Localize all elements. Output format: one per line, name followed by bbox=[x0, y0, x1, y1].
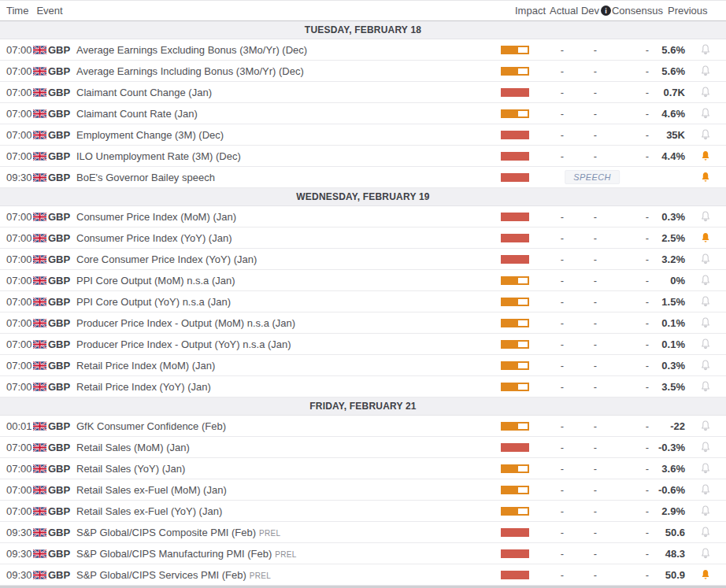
event-row[interactable]: 07:00 GBP Retail Price Index (MoM) (Jan)… bbox=[0, 355, 726, 376]
impact-bar bbox=[501, 486, 529, 494]
alert-bell-button[interactable] bbox=[698, 503, 713, 519]
event-row[interactable]: 07:00 GBP PPI Core Output (MoM) n.s.a (J… bbox=[0, 270, 726, 291]
values-group: - - - bbox=[535, 505, 649, 517]
alert-bell-button[interactable] bbox=[698, 105, 713, 121]
event-row[interactable]: 07:00 GBP Average Earnings Excluding Bon… bbox=[0, 39, 726, 61]
event-row[interactable]: 07:00 GBP Producer Price Index - Output … bbox=[0, 312, 726, 334]
event-title: PPI Core Output (MoM) n.s.a (Jan) bbox=[76, 275, 235, 287]
event-row[interactable]: 07:00 GBP Consumer Price Index (MoM) (Ja… bbox=[0, 206, 726, 227]
event-row[interactable]: 09:30 GBP S&P Global/CIPS Manufacturing … bbox=[0, 543, 726, 564]
alert-bell-button[interactable] bbox=[698, 169, 713, 185]
bell-cell bbox=[685, 357, 726, 373]
event-row[interactable]: 07:00 GBP Retail Sales ex-Fuel (MoM) (Ja… bbox=[0, 479, 726, 501]
impact-cell bbox=[501, 528, 535, 537]
impact-cell bbox=[501, 464, 535, 473]
values-group: - - - bbox=[535, 65, 649, 77]
alert-bell-button[interactable] bbox=[698, 84, 713, 100]
alert-bell-button[interactable] bbox=[698, 272, 713, 288]
alert-bell-button[interactable] bbox=[698, 148, 713, 164]
event-row[interactable]: 07:00 GBP PPI Core Output (YoY) n.s.a (J… bbox=[0, 291, 726, 312]
impact-cell bbox=[501, 571, 535, 579]
alert-bell-button[interactable] bbox=[698, 418, 713, 434]
alert-bell-button[interactable] bbox=[698, 545, 713, 561]
event-row[interactable]: 07:00 GBP Claimant Count Rate (Jan) - - … bbox=[0, 103, 726, 124]
event-title: Retail Sales ex-Fuel (MoM) (Jan) bbox=[76, 484, 227, 496]
alert-bell-button[interactable] bbox=[698, 294, 713, 309]
deviation-value: - bbox=[564, 484, 597, 496]
uk-flag-icon bbox=[33, 383, 48, 391]
alert-bell-button[interactable] bbox=[698, 315, 713, 331]
impact-bar bbox=[501, 422, 529, 431]
deviation-value: - bbox=[564, 296, 597, 308]
event-row[interactable]: 07:00 GBP Average Earnings Including Bon… bbox=[0, 61, 726, 82]
alert-bell-button[interactable] bbox=[698, 567, 713, 582]
event-time: 07:00 bbox=[0, 275, 33, 287]
impact-bar bbox=[501, 340, 529, 349]
impact-cell bbox=[501, 213, 535, 221]
bell-cell bbox=[685, 439, 726, 455]
event-row[interactable]: 07:00 GBP Producer Price Index - Output … bbox=[0, 334, 726, 355]
alert-bell-button[interactable] bbox=[698, 251, 713, 267]
previous-value: 1.5% bbox=[649, 296, 685, 308]
alert-bell-button[interactable] bbox=[698, 524, 713, 540]
currency-label: GBP bbox=[48, 275, 74, 287]
column-header-time: Time bbox=[0, 5, 28, 17]
event-row[interactable]: 09:30 GBP BoE's Governor Bailey speech S… bbox=[0, 167, 726, 188]
event-title: S&P Global/CIPS Composite PMI (Feb) bbox=[76, 527, 256, 538]
event-name: Consumer Price Index (MoM) (Jan) bbox=[74, 211, 501, 223]
values-group: - - - bbox=[535, 253, 649, 265]
event-row[interactable]: 07:00 GBP Claimant Count Change (Jan) - … bbox=[0, 82, 726, 103]
deviation-value: - bbox=[564, 317, 597, 329]
alert-bell-button[interactable] bbox=[698, 482, 713, 497]
event-row[interactable]: 07:00 GBP Core Consumer Price Index (YoY… bbox=[0, 249, 726, 270]
alert-bell-button[interactable] bbox=[698, 42, 713, 57]
event-row[interactable]: 00:01 GBP GfK Consumer Confidence (Feb) … bbox=[0, 416, 726, 437]
event-name: Retail Sales (MoM) (Jan) bbox=[74, 442, 501, 453]
bell-cell bbox=[685, 503, 726, 519]
deviation-value: - bbox=[564, 360, 597, 372]
alert-bell-button[interactable] bbox=[698, 336, 713, 352]
alert-bell-button[interactable] bbox=[698, 63, 713, 79]
event-row[interactable]: 07:00 GBP Consumer Price Index (YoY) (Ja… bbox=[0, 227, 726, 249]
deviation-value: - bbox=[564, 275, 597, 287]
alert-bell-button[interactable] bbox=[698, 127, 713, 142]
dev-info-icon[interactable]: i bbox=[601, 6, 611, 16]
day-section-header: TUESDAY, FEBRUARY 18 bbox=[0, 21, 726, 39]
event-time: 07:00 bbox=[0, 505, 33, 517]
event-title: Consumer Price Index (MoM) (Jan) bbox=[76, 211, 236, 223]
actual-value: - bbox=[535, 569, 564, 581]
bell-cell bbox=[685, 251, 726, 267]
values-group: - - - bbox=[535, 338, 649, 350]
economic-calendar-table: Time Event Impact Actual Dev i Consensus… bbox=[0, 0, 726, 588]
deviation-value: - bbox=[564, 569, 597, 581]
alert-bell-button[interactable] bbox=[698, 379, 713, 394]
event-row[interactable]: 07:00 GBP Retail Sales (YoY) (Jan) - - -… bbox=[0, 458, 726, 479]
event-row[interactable]: 07:00 GBP Retail Sales ex-Fuel (YoY) (Ja… bbox=[0, 501, 726, 522]
impact-bar bbox=[501, 67, 529, 76]
event-row[interactable]: 09:30 GBP S&P Global/CIPS Services PMI (… bbox=[0, 564, 726, 586]
values-group: - - - bbox=[535, 381, 649, 393]
values-group: - - - bbox=[535, 420, 649, 432]
actual-value: - bbox=[535, 463, 564, 475]
bell-cell bbox=[685, 169, 726, 185]
event-row[interactable]: 07:00 GBP Retail Sales (MoM) (Jan) - - -… bbox=[0, 437, 726, 458]
deviation-value: - bbox=[564, 338, 597, 350]
event-row[interactable]: 07:00 GBP Retail Price Index (YoY) (Jan)… bbox=[0, 376, 726, 398]
event-name: BoE's Governor Bailey speech bbox=[74, 172, 501, 183]
currency-label: GBP bbox=[48, 442, 74, 453]
event-row[interactable]: 07:00 GBP ILO Unemployment Rate (3M) (De… bbox=[0, 146, 726, 167]
currency-label: GBP bbox=[48, 420, 74, 432]
event-title: Consumer Price Index (YoY) (Jan) bbox=[76, 232, 232, 244]
alert-bell-button[interactable] bbox=[698, 230, 713, 246]
uk-flag-icon bbox=[33, 276, 48, 285]
event-row[interactable]: 07:00 GBP Employment Change (3M) (Dec) -… bbox=[0, 124, 726, 146]
alert-bell-button[interactable] bbox=[698, 460, 713, 476]
event-row[interactable]: 09:30 GBP S&P Global/CIPS Composite PMI … bbox=[0, 522, 726, 543]
alert-bell-button[interactable] bbox=[698, 439, 713, 455]
alert-bell-button[interactable] bbox=[698, 357, 713, 373]
impact-bar bbox=[501, 528, 529, 537]
event-name: Retail Price Index (MoM) (Jan) bbox=[74, 360, 501, 372]
impact-cell bbox=[501, 340, 535, 349]
alert-bell-button[interactable] bbox=[698, 209, 713, 224]
impact-bar bbox=[501, 213, 529, 221]
